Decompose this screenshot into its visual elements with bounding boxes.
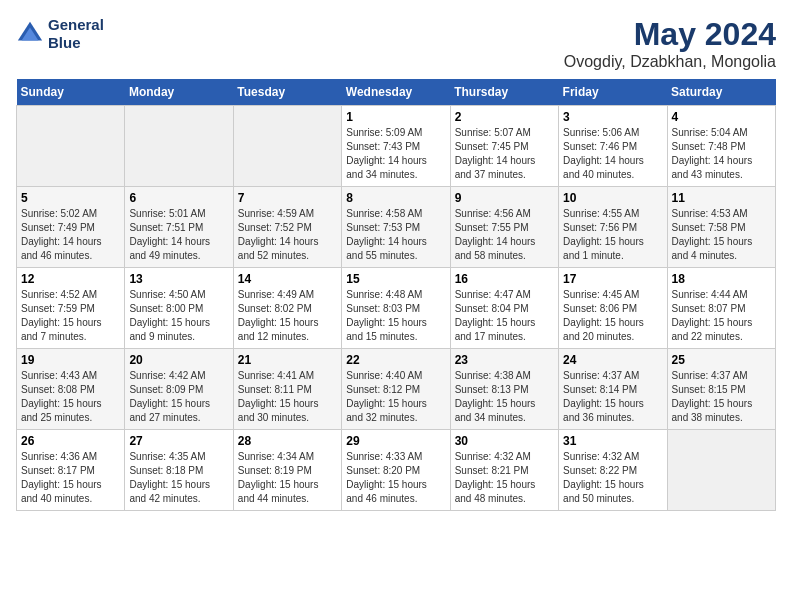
day-number: 9 [455,191,554,205]
day-number: 7 [238,191,337,205]
calendar-cell [233,106,341,187]
logo: General Blue [16,16,104,52]
day-number: 4 [672,110,771,124]
calendar-cell: 12Sunrise: 4:52 AM Sunset: 7:59 PM Dayli… [17,268,125,349]
day-number: 22 [346,353,445,367]
day-number: 18 [672,272,771,286]
day-number: 24 [563,353,662,367]
day-info: Sunrise: 4:58 AM Sunset: 7:53 PM Dayligh… [346,207,445,263]
day-number: 20 [129,353,228,367]
calendar-week-row: 5Sunrise: 5:02 AM Sunset: 7:49 PM Daylig… [17,187,776,268]
header-day-monday: Monday [125,79,233,106]
calendar-cell: 19Sunrise: 4:43 AM Sunset: 8:08 PM Dayli… [17,349,125,430]
day-number: 29 [346,434,445,448]
day-info: Sunrise: 4:35 AM Sunset: 8:18 PM Dayligh… [129,450,228,506]
day-number: 17 [563,272,662,286]
calendar-cell: 13Sunrise: 4:50 AM Sunset: 8:00 PM Dayli… [125,268,233,349]
calendar-cell: 20Sunrise: 4:42 AM Sunset: 8:09 PM Dayli… [125,349,233,430]
day-info: Sunrise: 4:50 AM Sunset: 8:00 PM Dayligh… [129,288,228,344]
calendar-body: 1Sunrise: 5:09 AM Sunset: 7:43 PM Daylig… [17,106,776,511]
day-info: Sunrise: 4:37 AM Sunset: 8:14 PM Dayligh… [563,369,662,425]
day-number: 15 [346,272,445,286]
calendar-cell: 30Sunrise: 4:32 AM Sunset: 8:21 PM Dayli… [450,430,558,511]
location-title: Ovogdiy, Dzabkhan, Mongolia [564,53,776,71]
title-area: May 2024 Ovogdiy, Dzabkhan, Mongolia [564,16,776,71]
logo-text: General Blue [48,16,104,52]
calendar-cell: 1Sunrise: 5:09 AM Sunset: 7:43 PM Daylig… [342,106,450,187]
calendar-cell: 3Sunrise: 5:06 AM Sunset: 7:46 PM Daylig… [559,106,667,187]
day-info: Sunrise: 5:07 AM Sunset: 7:45 PM Dayligh… [455,126,554,182]
calendar-cell: 9Sunrise: 4:56 AM Sunset: 7:55 PM Daylig… [450,187,558,268]
header-day-sunday: Sunday [17,79,125,106]
header-day-friday: Friday [559,79,667,106]
day-number: 21 [238,353,337,367]
day-info: Sunrise: 5:09 AM Sunset: 7:43 PM Dayligh… [346,126,445,182]
calendar-cell: 29Sunrise: 4:33 AM Sunset: 8:20 PM Dayli… [342,430,450,511]
day-info: Sunrise: 4:38 AM Sunset: 8:13 PM Dayligh… [455,369,554,425]
header-day-thursday: Thursday [450,79,558,106]
calendar-cell: 11Sunrise: 4:53 AM Sunset: 7:58 PM Dayli… [667,187,775,268]
day-number: 3 [563,110,662,124]
day-number: 27 [129,434,228,448]
day-number: 19 [21,353,120,367]
day-info: Sunrise: 4:40 AM Sunset: 8:12 PM Dayligh… [346,369,445,425]
day-number: 2 [455,110,554,124]
header-day-tuesday: Tuesday [233,79,341,106]
day-number: 26 [21,434,120,448]
day-number: 25 [672,353,771,367]
calendar-cell: 14Sunrise: 4:49 AM Sunset: 8:02 PM Dayli… [233,268,341,349]
day-number: 28 [238,434,337,448]
day-info: Sunrise: 5:01 AM Sunset: 7:51 PM Dayligh… [129,207,228,263]
calendar-cell: 31Sunrise: 4:32 AM Sunset: 8:22 PM Dayli… [559,430,667,511]
month-title: May 2024 [564,16,776,53]
day-info: Sunrise: 4:36 AM Sunset: 8:17 PM Dayligh… [21,450,120,506]
day-number: 1 [346,110,445,124]
day-info: Sunrise: 4:47 AM Sunset: 8:04 PM Dayligh… [455,288,554,344]
day-number: 14 [238,272,337,286]
header-day-wednesday: Wednesday [342,79,450,106]
calendar-cell: 5Sunrise: 5:02 AM Sunset: 7:49 PM Daylig… [17,187,125,268]
logo-icon [16,20,44,48]
day-number: 13 [129,272,228,286]
day-number: 16 [455,272,554,286]
header-day-saturday: Saturday [667,79,775,106]
day-info: Sunrise: 4:43 AM Sunset: 8:08 PM Dayligh… [21,369,120,425]
calendar-cell: 6Sunrise: 5:01 AM Sunset: 7:51 PM Daylig… [125,187,233,268]
day-info: Sunrise: 4:49 AM Sunset: 8:02 PM Dayligh… [238,288,337,344]
day-info: Sunrise: 4:44 AM Sunset: 8:07 PM Dayligh… [672,288,771,344]
day-info: Sunrise: 4:53 AM Sunset: 7:58 PM Dayligh… [672,207,771,263]
calendar-cell: 10Sunrise: 4:55 AM Sunset: 7:56 PM Dayli… [559,187,667,268]
day-info: Sunrise: 5:02 AM Sunset: 7:49 PM Dayligh… [21,207,120,263]
calendar-cell: 7Sunrise: 4:59 AM Sunset: 7:52 PM Daylig… [233,187,341,268]
day-info: Sunrise: 4:34 AM Sunset: 8:19 PM Dayligh… [238,450,337,506]
calendar-cell: 15Sunrise: 4:48 AM Sunset: 8:03 PM Dayli… [342,268,450,349]
day-number: 5 [21,191,120,205]
calendar-cell [17,106,125,187]
day-info: Sunrise: 5:06 AM Sunset: 7:46 PM Dayligh… [563,126,662,182]
day-info: Sunrise: 4:45 AM Sunset: 8:06 PM Dayligh… [563,288,662,344]
calendar-cell: 17Sunrise: 4:45 AM Sunset: 8:06 PM Dayli… [559,268,667,349]
day-number: 31 [563,434,662,448]
day-info: Sunrise: 5:04 AM Sunset: 7:48 PM Dayligh… [672,126,771,182]
calendar-cell: 27Sunrise: 4:35 AM Sunset: 8:18 PM Dayli… [125,430,233,511]
calendar-cell: 4Sunrise: 5:04 AM Sunset: 7:48 PM Daylig… [667,106,775,187]
day-info: Sunrise: 4:59 AM Sunset: 7:52 PM Dayligh… [238,207,337,263]
day-info: Sunrise: 4:56 AM Sunset: 7:55 PM Dayligh… [455,207,554,263]
calendar-cell: 21Sunrise: 4:41 AM Sunset: 8:11 PM Dayli… [233,349,341,430]
calendar-cell: 23Sunrise: 4:38 AM Sunset: 8:13 PM Dayli… [450,349,558,430]
day-info: Sunrise: 4:37 AM Sunset: 8:15 PM Dayligh… [672,369,771,425]
calendar-week-row: 1Sunrise: 5:09 AM Sunset: 7:43 PM Daylig… [17,106,776,187]
day-number: 6 [129,191,228,205]
header: General Blue May 2024 Ovogdiy, Dzabkhan,… [16,16,776,71]
day-number: 23 [455,353,554,367]
day-info: Sunrise: 4:48 AM Sunset: 8:03 PM Dayligh… [346,288,445,344]
calendar-table: SundayMondayTuesdayWednesdayThursdayFrid… [16,79,776,511]
day-number: 10 [563,191,662,205]
calendar-cell: 2Sunrise: 5:07 AM Sunset: 7:45 PM Daylig… [450,106,558,187]
calendar-header-row: SundayMondayTuesdayWednesdayThursdayFrid… [17,79,776,106]
day-number: 8 [346,191,445,205]
day-info: Sunrise: 4:52 AM Sunset: 7:59 PM Dayligh… [21,288,120,344]
day-info: Sunrise: 4:41 AM Sunset: 8:11 PM Dayligh… [238,369,337,425]
calendar-cell: 28Sunrise: 4:34 AM Sunset: 8:19 PM Dayli… [233,430,341,511]
calendar-cell: 25Sunrise: 4:37 AM Sunset: 8:15 PM Dayli… [667,349,775,430]
